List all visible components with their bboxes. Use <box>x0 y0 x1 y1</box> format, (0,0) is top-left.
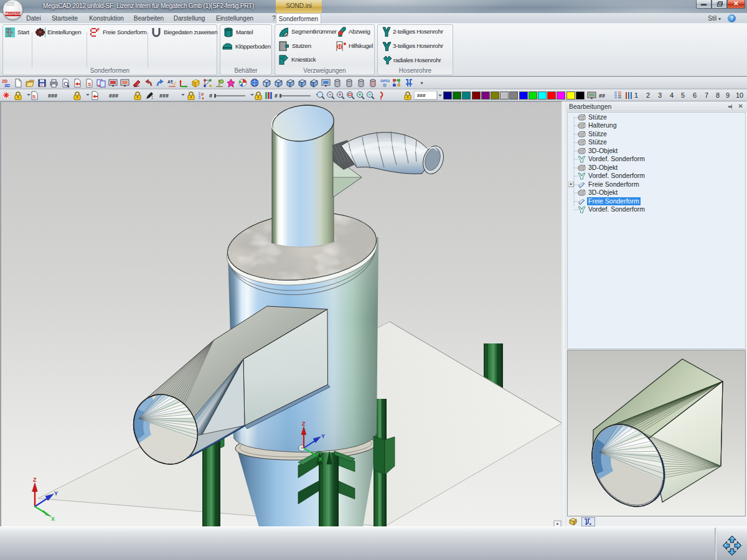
svg-text:###: ### <box>159 93 169 99</box>
svg-text:#: # <box>201 91 204 97</box>
svg-text:Y: Y <box>54 490 58 497</box>
svg-text:###: ### <box>109 93 118 99</box>
svg-text:A¶: A¶ <box>167 80 173 85</box>
svg-text:X: X <box>318 456 322 462</box>
svg-text:3D: 3D <box>4 83 10 88</box>
svg-text:S: S <box>88 82 92 87</box>
svg-text:OPGL: OPGL <box>380 79 390 83</box>
svg-text:#: # <box>209 93 212 99</box>
svg-text:###: ### <box>417 93 426 98</box>
svg-text:Z: Z <box>33 477 37 483</box>
svg-text:X: X <box>51 516 55 522</box>
svg-text:Y: Y <box>321 433 325 439</box>
svg-text:H: H <box>40 83 43 87</box>
svg-text:F: F <box>97 27 100 32</box>
svg-text:S: S <box>32 94 36 100</box>
svg-text:2D: 2D <box>2 79 7 83</box>
svg-text:Z: Z <box>302 421 306 427</box>
svg-text:CAD: CAD <box>6 34 11 37</box>
svg-text:##: ## <box>599 93 605 99</box>
svg-text:###: ### <box>48 93 57 99</box>
svg-text::: : <box>151 94 153 100</box>
svg-text:#: # <box>275 93 278 99</box>
